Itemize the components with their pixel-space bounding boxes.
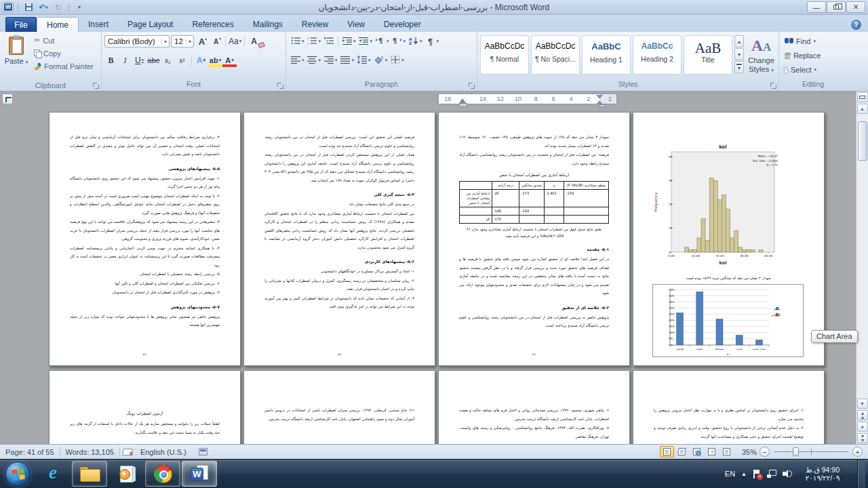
document-area[interactable]: ۴- برقراری شرایط رفاقت سالم بین دانشجویا… bbox=[0, 107, 856, 444]
font-family-select[interactable]: Calibri (Body)▾ bbox=[104, 35, 170, 47]
document-paragraph[interactable]: بین اضطراب امتحان با جنسیت ارتباط آماری … bbox=[264, 209, 414, 252]
document-paragraph[interactable]: ۲- به دلیل عدم آشنایی برخی از دانشجویان … bbox=[654, 424, 804, 441]
format-painter-button[interactable]: Format Painter bbox=[33, 60, 98, 73]
document-paragraph[interactable]: ارتباط آماری بین اضطراب امتحان با جنس bbox=[459, 173, 609, 177]
scrollbar-track[interactable] bbox=[857, 115, 868, 398]
style-heading-2[interactable]: AaBbCc Heading 2 bbox=[633, 35, 682, 75]
styles-dialog-launcher[interactable] bbox=[770, 82, 776, 89]
taskbar-clock[interactable]: 09:49 ق.ظ ۲۰۱۹/۲۲/۰۹ bbox=[798, 466, 847, 482]
scroll-down-button[interactable]: ▼ bbox=[857, 399, 868, 409]
styles-more-button[interactable]: ▼ bbox=[734, 61, 744, 73]
document-paragraph[interactable]: ۱- اجرای تحقیق روی دانشجویان بر اساس نظر… bbox=[654, 406, 804, 423]
taskbar-internet-explorer-button[interactable]: e bbox=[35, 461, 71, 487]
table-cell[interactable]: 148 bbox=[492, 207, 519, 216]
replace-button[interactable]: abacReplace bbox=[782, 48, 844, 62]
document-paragraph[interactable]: ۵- بررسی رابطه رشته تحصیلی با اضطراب امت… bbox=[70, 270, 220, 279]
document-paragraph[interactable]: ۲- با توجه به اینکه اضطراب امتحان موضوع … bbox=[70, 192, 220, 218]
save-button[interactable] bbox=[22, 1, 35, 13]
increase-indent-button[interactable] bbox=[357, 35, 371, 48]
document-paragraph[interactable]: فرضیه اصلی این تحقیق این است: بررسی اضطر… bbox=[264, 133, 414, 150]
document-paragraph[interactable]: لطفاً جملات زیر را بخوانید و مشخص سازید … bbox=[70, 420, 220, 436]
document-paragraph[interactable]: آزمون اضطراب زونگ bbox=[70, 411, 220, 415]
document-paragraph[interactable]: ۱- ایجاد و گسترش مراکز مشاوره در خوابگاه… bbox=[264, 267, 414, 276]
document-page[interactable]: نمودار ۳ نشان می دهد که ۲۵٪ از نمونه های… bbox=[438, 112, 630, 366]
find-button[interactable]: Find▾ bbox=[782, 34, 844, 48]
table-header-cell[interactable]: سطح معناداری (F VALUE) bbox=[564, 182, 609, 190]
tab-view[interactable]: View bbox=[338, 17, 374, 32]
horizontal-ruler[interactable]: 181412108642 2 bbox=[438, 94, 617, 104]
document-page[interactable]: ۴- برقراری شرایط رفاقت سالم بین دانشجویا… bbox=[49, 112, 241, 366]
subscript-button[interactable]: x₂ bbox=[161, 54, 174, 67]
justify-button[interactable] bbox=[339, 54, 353, 67]
document-paragraph[interactable]: هدف اصلی از این پژوهش مشخص کردن اضطراب ق… bbox=[264, 150, 414, 184]
table-cell[interactable]: 174 bbox=[492, 216, 519, 224]
styles-scroll-up-button[interactable]: ▲ bbox=[734, 35, 744, 47]
taskbar-media-player-button[interactable] bbox=[108, 461, 144, 487]
document-paragraph[interactable]: در این فصل ابتدا خلاصه ای از تحقیق اشاره… bbox=[459, 255, 609, 298]
document-page[interactable]: ۲۱- حاج سبحی، کرمعلی، ۱۳۷۷، بررسی میزان … bbox=[243, 370, 435, 444]
superscript-button[interactable]: x² bbox=[176, 54, 189, 67]
table-header-cell[interactable] bbox=[460, 182, 492, 190]
word-count[interactable]: Words: 13,105 bbox=[60, 448, 119, 456]
document-paragraph[interactable]: ۶- پناهی شهری، محمود، ۱۳۷۲، بررسی مقدمات… bbox=[459, 406, 609, 423]
numbering-button[interactable]: 12 bbox=[306, 35, 319, 48]
document-paragraph[interactable]: در جمع بندی کلی نتایج تحقیقات نشان داد: bbox=[264, 200, 414, 209]
web-layout-view-button[interactable] bbox=[690, 446, 704, 458]
document-paragraph[interactable]: پژوهش حاضر به بررسی اضطراب قبل از امتحان… bbox=[459, 313, 609, 330]
minimize-button[interactable]: — bbox=[807, 1, 826, 13]
zoom-slider[interactable] bbox=[774, 447, 848, 457]
bar-chart[interactable]: 0%5%10%15%20%25%30%35%40%45%طبیعیخفیفمتو… bbox=[652, 284, 804, 357]
shading-button[interactable] bbox=[372, 54, 386, 67]
style-normal[interactable]: AaBbCcDc ¶ Normal bbox=[480, 35, 529, 75]
document-paragraph[interactable]: ۲- روان شناسان و متخصصان در زمینه پیشگیر… bbox=[264, 277, 414, 293]
multilevel-list-button[interactable] bbox=[322, 35, 336, 48]
tab-developer[interactable]: Developer bbox=[374, 17, 431, 32]
bold-button[interactable]: B bbox=[104, 54, 117, 67]
taskbar-word-button[interactable]: W bbox=[182, 461, 217, 487]
histogram-chart[interactable]: 0102030400.0010.0020.0030.0040.00kolkolF… bbox=[652, 142, 804, 270]
undo-button[interactable]: ↶▾ bbox=[37, 1, 50, 13]
table-cell[interactable] bbox=[460, 207, 492, 216]
show-hide-pilcrow-button[interactable]: ¶ bbox=[424, 35, 437, 48]
table-header-cell[interactable]: درجه آزادی bbox=[492, 182, 519, 190]
close-button[interactable]: ✕ bbox=[846, 1, 865, 13]
bullets-button[interactable] bbox=[289, 35, 302, 48]
document-page[interactable]: ۶- پناهی شهری، محمود، ۱۳۷۲، بررسی مقدمات… bbox=[438, 370, 630, 444]
scroll-up-button[interactable]: ▲ bbox=[857, 104, 868, 114]
tab-page-layout[interactable]: Page Layout bbox=[118, 17, 182, 32]
select-button[interactable]: Select▾ bbox=[782, 62, 844, 77]
document-paragraph[interactable]: فرضیه: بین اضطراب قبل از امتحان و جنسیت … bbox=[459, 150, 609, 167]
copy-button[interactable]: Copy bbox=[33, 47, 98, 60]
document-paragraph[interactable]: نمودار ۲ نشان می دهد که میانگین نمره ۱۸/… bbox=[654, 274, 804, 281]
customize-qat-button[interactable]: ▾ bbox=[73, 1, 85, 13]
sort-button[interactable]: AZ bbox=[407, 35, 420, 48]
paragraph-dialog-launcher[interactable] bbox=[468, 82, 475, 89]
table-cell[interactable]: .109 bbox=[564, 190, 609, 207]
document-heading[interactable]: ۵-۳- نتیجه گیری کلی bbox=[264, 190, 414, 199]
tab-selector-button[interactable] bbox=[2, 94, 13, 104]
scrollbar-thumb[interactable] bbox=[858, 121, 867, 161]
help-button[interactable]: ? bbox=[851, 20, 861, 30]
document-paragraph[interactable]: نمودار ۳ نشان می دهد که ۲۵٪ از نمونه های… bbox=[459, 133, 609, 150]
document-paragraph[interactable]: پژوهش حاضر نیز همچون سایر پژوهش ها با مح… bbox=[70, 312, 220, 329]
highlight-color-button[interactable]: ab▾ bbox=[209, 54, 222, 67]
indent-marker[interactable] bbox=[459, 98, 466, 103]
document-page[interactable]: ۱- اجرای تحقیق روی دانشجویان بر اساس نظر… bbox=[633, 370, 825, 444]
vertical-scrollbar[interactable]: ▲ ▼ ▲▲ ● ▼▼ bbox=[856, 92, 868, 444]
document-page[interactable]: 0102030400.0010.0020.0030.0040.00kolkolF… bbox=[633, 112, 825, 366]
tab-home[interactable]: Home bbox=[37, 17, 79, 32]
table-header-cell[interactable]: مجذور میانگین bbox=[519, 182, 545, 190]
right-to-left-direction-button[interactable]: ¶ bbox=[391, 35, 404, 48]
zoom-in-button[interactable]: + bbox=[852, 447, 863, 457]
show-hidden-icons-button[interactable]: ▲ bbox=[741, 471, 747, 477]
tab-references[interactable]: References bbox=[182, 17, 243, 32]
document-heading[interactable]: ۵-۱- مقدمه bbox=[459, 245, 609, 253]
table-cell[interactable]: کل bbox=[460, 216, 492, 224]
tab-insert[interactable]: Insert bbox=[79, 17, 118, 32]
document-heading[interactable]: ۵-۶- پیشنهادهای کاربردی bbox=[264, 258, 414, 266]
tab-file[interactable]: File bbox=[5, 17, 37, 32]
table-cell[interactable]: 26 bbox=[492, 190, 519, 207]
paste-button[interactable]: Paste ▾ bbox=[3, 34, 30, 81]
document-heading[interactable]: ۵-۲- خلاصه ای از تحقیق bbox=[459, 304, 609, 312]
network-icon[interactable] bbox=[767, 470, 776, 478]
